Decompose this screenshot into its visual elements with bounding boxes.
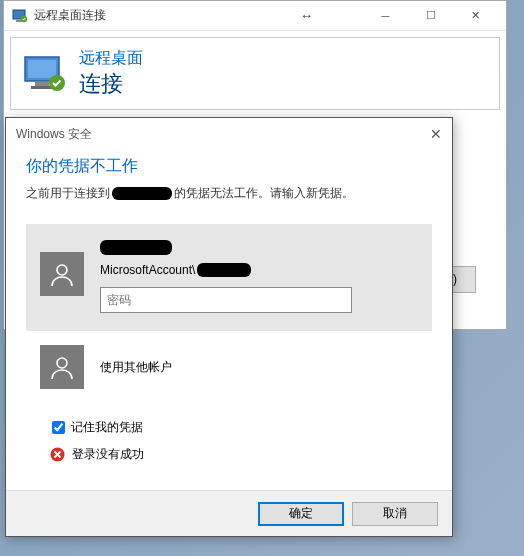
rdp-header: 远程桌面 连接 bbox=[10, 37, 500, 110]
security-titlebar: Windows 安全 ✕ bbox=[6, 118, 452, 150]
remember-checkbox[interactable] bbox=[52, 421, 65, 434]
monitor-icon bbox=[23, 55, 67, 93]
account-prefix: MicrosoftAccount\ bbox=[100, 263, 195, 277]
msg-prefix: 之前用于连接到 bbox=[26, 185, 110, 202]
rdp-app-icon bbox=[12, 8, 28, 24]
remember-credentials-row: 记住我的凭据 bbox=[52, 419, 432, 436]
rdp-header-line2: 连接 bbox=[79, 69, 143, 99]
account-name: MicrosoftAccount\ bbox=[100, 263, 418, 277]
error-text: 登录没有成功 bbox=[72, 446, 144, 463]
security-dialog: Windows 安全 ✕ 你的凭据不工作 之前用于连接到 的凭据无法工作。请输入… bbox=[5, 117, 453, 537]
redacted-display-name bbox=[100, 240, 172, 255]
use-other-account[interactable]: 使用其他帐户 bbox=[40, 345, 432, 389]
svg-rect-5 bbox=[35, 82, 49, 86]
security-dialog-title: Windows 安全 bbox=[16, 126, 412, 143]
rdp-titlebar: 远程桌面连接 ↔ ─ ☐ ✕ bbox=[4, 1, 506, 31]
msg-suffix: 的凭据无法工作。请输入新凭据。 bbox=[174, 185, 354, 202]
redacted-hostname bbox=[112, 187, 172, 200]
svg-rect-4 bbox=[28, 60, 56, 78]
ok-button[interactable]: 确定 bbox=[258, 502, 344, 526]
maximize-button[interactable]: ☐ bbox=[408, 2, 453, 30]
selected-account-box[interactable]: MicrosoftAccount\ bbox=[26, 224, 432, 331]
rdp-header-line1: 远程桌面 bbox=[79, 48, 143, 69]
user-avatar-icon bbox=[40, 252, 84, 296]
svg-point-8 bbox=[57, 265, 67, 275]
minimize-button[interactable]: ─ bbox=[363, 2, 408, 30]
redacted-username bbox=[197, 263, 251, 277]
password-input[interactable] bbox=[100, 287, 352, 313]
dialog-button-bar: 确定 取消 bbox=[6, 490, 452, 536]
remember-label: 记住我的凭据 bbox=[71, 419, 143, 436]
svg-rect-6 bbox=[31, 86, 53, 89]
other-account-label: 使用其他帐户 bbox=[100, 359, 172, 376]
credentials-message: 之前用于连接到 的凭据无法工作。请输入新凭据。 bbox=[26, 185, 432, 202]
dialog-close-button[interactable]: ✕ bbox=[412, 126, 442, 142]
svg-point-9 bbox=[57, 358, 67, 368]
user-avatar-icon bbox=[40, 345, 84, 389]
resize-arrow-icon: ↔ bbox=[300, 8, 313, 23]
error-icon bbox=[50, 447, 65, 462]
credentials-heading: 你的凭据不工作 bbox=[26, 156, 432, 177]
rdp-title: 远程桌面连接 bbox=[34, 7, 300, 24]
close-button[interactable]: ✕ bbox=[453, 2, 498, 30]
cancel-button[interactable]: 取消 bbox=[352, 502, 438, 526]
window-controls: ─ ☐ ✕ bbox=[363, 2, 498, 30]
error-row: 登录没有成功 bbox=[50, 446, 432, 463]
